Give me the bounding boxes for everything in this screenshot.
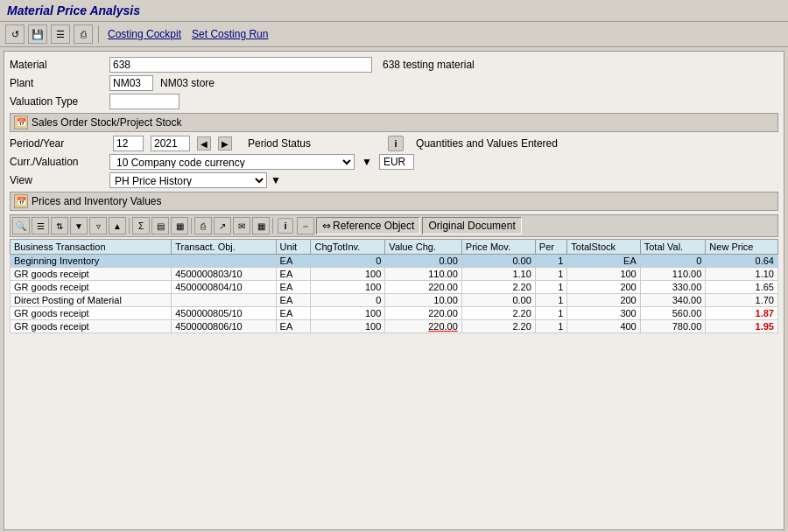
grid-pivot-icon[interactable]: ▦ [171, 217, 188, 234]
table-cell: 1 [535, 268, 566, 281]
table-row[interactable]: Direct Posting of MaterialEA010.000.0012… [11, 294, 778, 307]
table-cell: 1.87 [706, 307, 778, 320]
costing-cockpit-link[interactable]: Costing Cockpit [104, 28, 185, 40]
view-select[interactable]: PH Price History [109, 172, 267, 188]
print-icon[interactable]: ⎙ [74, 24, 93, 44]
section-icon: 📅 [14, 116, 28, 130]
curr-valuation-select[interactable]: 10 Company code currency [109, 154, 355, 170]
grid-funnel-icon[interactable]: ▿ [89, 217, 107, 234]
table-cell: 0 [640, 255, 706, 268]
grid-print-icon[interactable]: ⎙ [194, 217, 212, 234]
period-year-row: Period/Year ◀ ▶ Period Status i Quantiti… [10, 136, 778, 151]
table-cell: 4500000804/10 [172, 281, 276, 294]
table-row[interactable]: GR goods receipt4500000806/10EA100220.00… [11, 320, 778, 333]
plant-desc: NM03 store [160, 77, 215, 89]
plant-code: NM03 [109, 75, 153, 91]
view-row: View PH Price History ▼ [10, 172, 778, 188]
grid-search-icon[interactable]: 🔍 [12, 217, 30, 234]
table-cell: EA [276, 320, 311, 333]
grid-sum-icon[interactable]: Σ [132, 217, 150, 234]
grid-export-icon[interactable]: ↗ [214, 217, 231, 234]
table-cell: 0.64 [706, 255, 778, 268]
table-cell: 1.95 [706, 320, 778, 333]
back-icon[interactable]: ↺ [5, 24, 25, 44]
period-info-btn[interactable]: i [388, 136, 404, 151]
period-forward-btn[interactable]: ▶ [218, 136, 232, 150]
save-icon[interactable]: 💾 [28, 24, 47, 44]
col-total-val: Total Val. [640, 240, 706, 255]
plant-row: Plant NM03 NM03 store [10, 75, 778, 91]
table-cell: EA [567, 255, 640, 268]
table-row[interactable]: GR goods receipt4500000803/10EA100110.00… [11, 268, 778, 281]
currency-box: EUR [379, 154, 414, 170]
table-cell: 2.20 [461, 307, 535, 320]
grid-filter-icon[interactable]: ▼ [70, 217, 88, 234]
main-content: Material 638 testing material Plant NM03… [4, 51, 784, 530]
table-cell: 560.00 [640, 307, 706, 320]
material-row: Material 638 testing material [10, 57, 778, 73]
curr-valuation-row: Curr./Valuation 10 Company code currency… [10, 154, 778, 170]
table-cell: 1 [535, 307, 566, 320]
reference-object-btn[interactable]: ⇔ Reference Object [316, 217, 420, 234]
grid-sep-1 [129, 218, 130, 234]
grid-send-icon[interactable]: ✉ [233, 217, 250, 234]
material-label: Material [10, 59, 106, 71]
table-cell: 100 [311, 307, 385, 320]
table-cell: 2.20 [461, 281, 535, 294]
grid-sep-3 [272, 218, 273, 234]
year-input[interactable] [151, 136, 190, 151]
table-cell: 1.10 [706, 268, 778, 281]
period-input[interactable] [113, 136, 144, 151]
table-cell: 100 [311, 320, 385, 333]
toolbar-separator [98, 25, 99, 43]
valuation-type-row: Valuation Type [10, 94, 778, 109]
col-total-stock: TotalStock [567, 240, 640, 255]
original-document-btn[interactable]: Original Document [422, 217, 521, 234]
table-cell: 0 [311, 294, 385, 307]
table-cell: 400 [567, 320, 640, 333]
table-cell: 220.00 [385, 281, 461, 294]
table-cell: 100 [311, 281, 385, 294]
grid-copy-icon[interactable]: ⎓ [297, 217, 314, 234]
table-cell: 4500000805/10 [172, 307, 276, 320]
period-back-btn[interactable]: ◀ [197, 136, 211, 150]
table-cell: EA [276, 268, 311, 281]
valuation-type-input[interactable] [109, 94, 179, 109]
grid-toolbar: 🔍 ☰ ⇅ ▼ ▿ ▲ Σ ▤ ▦ ⎙ ↗ ✉ ▦ i ⎓ ⇔ Referenc… [10, 214, 778, 237]
grid-info-btn[interactable]: i [278, 218, 293, 234]
table-cell: 1 [535, 255, 566, 268]
table-cell: 0 [311, 255, 385, 268]
set-costing-run-link[interactable]: Set Costing Run [188, 28, 271, 40]
view-label: View [10, 174, 106, 186]
view-dropdown-arrow: ▼ [271, 174, 281, 186]
grid-layout-icon[interactable]: ▦ [252, 217, 270, 234]
table-cell: 1 [535, 320, 566, 333]
col-business-transaction: Business Transaction [11, 240, 172, 255]
grid-filter2-icon[interactable]: ▲ [109, 217, 126, 234]
period-year-label: Period/Year [10, 137, 106, 150]
table-cell: EA [276, 255, 311, 268]
grid-sort-icon[interactable]: ⇅ [51, 217, 68, 234]
table-cell: 100 [311, 268, 385, 281]
table-header-row: Business Transaction Transact. Obj. Unit… [11, 240, 778, 255]
main-toolbar: ↺ 💾 ☰ ⎙ Costing Cockpit Set Costing Run [0, 22, 788, 47]
col-price-mov: Price Mov. [461, 240, 535, 255]
table-cell: 1.10 [461, 268, 535, 281]
grid-chart-icon[interactable]: ▤ [151, 217, 169, 234]
table-row[interactable]: GR goods receipt4500000805/10EA100220.00… [11, 307, 778, 320]
table-row[interactable]: GR goods receipt4500000804/10EA100220.00… [11, 281, 778, 294]
grid-list-icon[interactable]: ☰ [32, 217, 49, 234]
table-cell: 2.20 [461, 320, 535, 333]
col-unit: Unit [276, 240, 311, 255]
material-input[interactable] [109, 57, 372, 73]
period-status-label: Period Status [248, 137, 311, 150]
qty-values-label: Quantities and Values Entered [416, 137, 558, 150]
table-cell: 220.00 [385, 307, 461, 320]
col-value-chg: Value Chg. [385, 240, 461, 255]
price-history-table: Business Transaction Transact. Obj. Unit… [10, 239, 778, 333]
shortcut-icon[interactable]: ☰ [51, 24, 70, 44]
table-row[interactable]: Beginning InventoryEA00.000.001EA00.64 [11, 255, 778, 268]
table-cell: 4500000806/10 [172, 320, 276, 333]
col-new-price: New Price [706, 240, 778, 255]
table-cell: 0.00 [385, 255, 461, 268]
